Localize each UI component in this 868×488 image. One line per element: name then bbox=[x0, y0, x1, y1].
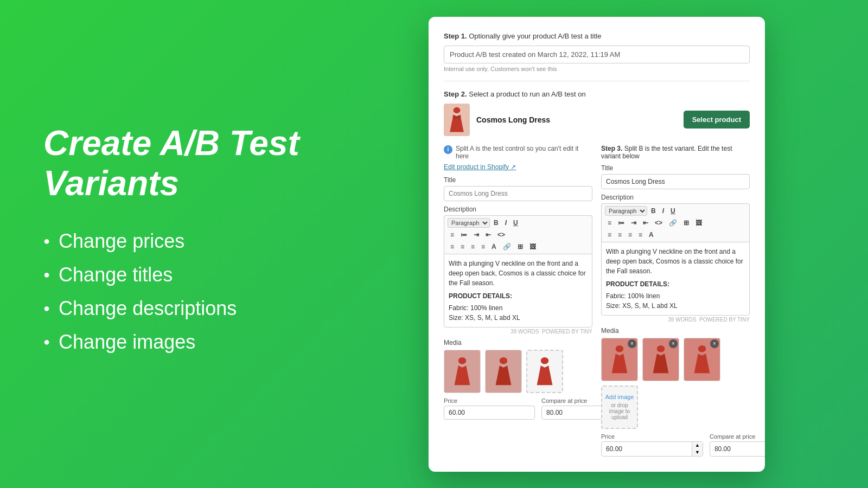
split-b-price-field: Price ▲ ▼ bbox=[601, 433, 703, 457]
split-a-title-input[interactable] bbox=[444, 186, 592, 201]
underline-button-b[interactable]: U bbox=[668, 206, 678, 216]
split-b-media-thumbs: × × × bbox=[601, 338, 750, 429]
split-b-desc-label: Description bbox=[601, 194, 750, 201]
splits-container: i Split A is the test control so you can… bbox=[444, 145, 750, 457]
ul-btn-b[interactable]: ≡ bbox=[605, 218, 614, 228]
step2-section: Step 2. Select a product to run an A/B t… bbox=[444, 90, 750, 136]
split-b-title-label: Title bbox=[601, 164, 750, 172]
split-a-info: i Split A is the test control so you can… bbox=[444, 145, 592, 160]
split-b-compare-field: Compare at price ▲ ▼ bbox=[710, 433, 765, 457]
svg-point-0 bbox=[454, 107, 461, 113]
bullet-titles: Change titles bbox=[43, 264, 315, 286]
split-a-word-count: 39 WORDS POWERED BY TINY bbox=[444, 329, 592, 335]
split-b-toolbar: Paragraph B I U ≡ ≔ ⇥ ⇤ <> 🔗 ⊞ � bbox=[601, 203, 750, 242]
split-a-panel: i Split A is the test control so you can… bbox=[444, 145, 592, 457]
split-b-thumb-1: × bbox=[601, 338, 638, 381]
step2-label: Step 2. Select a product to run an A/B t… bbox=[444, 90, 750, 98]
price-up-btn[interactable]: ▲ bbox=[692, 442, 703, 449]
bold-button-a[interactable]: B bbox=[491, 218, 501, 228]
remove-b-media-2[interactable]: × bbox=[669, 339, 678, 348]
split-b-format-select[interactable]: Paragraph bbox=[605, 206, 647, 216]
bold-button-b[interactable]: B bbox=[648, 206, 659, 216]
svg-marker-4 bbox=[455, 365, 470, 385]
color-btn-a[interactable]: A bbox=[489, 242, 499, 252]
table-btn-b[interactable]: ⊞ bbox=[681, 218, 692, 228]
indent-btn-a[interactable]: ⇥ bbox=[471, 230, 482, 240]
split-b-compare-wrap: ▲ ▼ bbox=[710, 441, 765, 457]
italic-button-b[interactable]: I bbox=[660, 206, 667, 216]
feature-list: Change prices Change titles Change descr… bbox=[43, 230, 315, 354]
align-justify-b[interactable]: ≡ bbox=[636, 230, 645, 240]
svg-point-9 bbox=[616, 345, 623, 352]
link-btn-b[interactable]: 🔗 bbox=[666, 218, 680, 228]
split-a-media-label: Media bbox=[444, 339, 592, 346]
align-center-b[interactable]: ≡ bbox=[615, 230, 624, 240]
img-btn-a[interactable]: 🖼 bbox=[527, 242, 539, 252]
test-title-input[interactable] bbox=[444, 46, 750, 63]
bullet-descriptions: Change descriptions bbox=[43, 297, 315, 320]
b-dress-1 bbox=[610, 345, 629, 374]
split-a-media-thumbs bbox=[444, 350, 592, 393]
table-btn-a[interactable]: ⊞ bbox=[515, 242, 526, 252]
align-justify-a[interactable]: ≡ bbox=[478, 242, 488, 252]
dress-icon bbox=[448, 107, 465, 133]
split-b-thumb-3: × bbox=[684, 338, 720, 381]
svg-marker-14 bbox=[694, 354, 710, 373]
split-b-thumb-2: × bbox=[642, 338, 679, 381]
link-btn-a[interactable]: 🔗 bbox=[500, 242, 514, 252]
align-left-a[interactable]: ≡ bbox=[448, 242, 457, 252]
align-center-a[interactable]: ≡ bbox=[458, 242, 467, 252]
product-row: Cosmos Long Dress Select product bbox=[444, 104, 750, 136]
svg-point-5 bbox=[500, 357, 507, 364]
remove-b-media-1[interactable]: × bbox=[628, 339, 636, 348]
split-a-price-field: Price bbox=[444, 397, 535, 420]
split-b-price-wrap: ▲ ▼ bbox=[601, 441, 703, 457]
split-a-price-input[interactable] bbox=[444, 406, 535, 420]
align-right-a[interactable]: ≡ bbox=[468, 242, 477, 252]
left-panel: Create A/B Test Variants Change prices C… bbox=[0, 91, 347, 396]
split-a-price-row: Price Compare at price bbox=[444, 397, 592, 420]
price-down-btn[interactable]: ▼ bbox=[692, 449, 703, 456]
step1-hint: Internal use only. Customers won't see t… bbox=[444, 66, 750, 72]
product-name: Cosmos Long Dress bbox=[476, 115, 550, 124]
indent-btn-b[interactable]: ⇥ bbox=[628, 218, 639, 228]
outdent-btn-b[interactable]: ⇤ bbox=[640, 218, 651, 228]
img-btn-b[interactable]: 🖼 bbox=[693, 218, 705, 228]
svg-point-13 bbox=[698, 345, 706, 352]
split-b-content[interactable]: With a plunging V neckline on the front … bbox=[601, 242, 750, 316]
step3-label: Step 3. Split B is the test variant. Edi… bbox=[601, 145, 750, 160]
product-info: Cosmos Long Dress bbox=[444, 104, 550, 136]
ol-btn-a[interactable]: ≔ bbox=[458, 230, 470, 240]
code-btn-b[interactable]: <> bbox=[652, 218, 665, 228]
split-b-title-input[interactable] bbox=[601, 174, 750, 189]
edit-shopify-link[interactable]: Edit product in Shopify ↗ bbox=[444, 163, 592, 171]
svg-marker-8 bbox=[537, 365, 553, 385]
svg-point-7 bbox=[541, 357, 548, 364]
split-b-compare-input[interactable] bbox=[710, 441, 765, 457]
split-b-compare-label: Compare at price bbox=[710, 433, 765, 440]
outdent-btn-a[interactable]: ⇤ bbox=[483, 230, 494, 240]
split-a-format-select[interactable]: Paragraph bbox=[448, 218, 490, 228]
split-b-add-image[interactable]: Add image or drop image to upload bbox=[601, 386, 638, 429]
dress-icon-1 bbox=[452, 357, 472, 386]
split-b-panel: Step 3. Split B is the test variant. Edi… bbox=[601, 145, 750, 457]
split-a-content[interactable]: With a plunging V neckline on the front … bbox=[444, 254, 592, 328]
media-thumb-2 bbox=[485, 350, 522, 393]
color-btn-b[interactable]: A bbox=[646, 230, 656, 240]
split-a-desc-label: Description bbox=[444, 206, 592, 213]
step1-section: Step 1. Optionally give your product A/B… bbox=[444, 32, 750, 72]
underline-button-a[interactable]: U bbox=[510, 218, 521, 228]
remove-b-media-3[interactable]: × bbox=[710, 339, 719, 348]
split-b-price-input[interactable] bbox=[601, 441, 692, 457]
italic-button-a[interactable]: I bbox=[502, 218, 509, 228]
info-icon: i bbox=[444, 145, 452, 154]
code-btn-a[interactable]: <> bbox=[495, 230, 508, 240]
product-thumbnail bbox=[444, 104, 470, 136]
align-right-b[interactable]: ≡ bbox=[626, 230, 635, 240]
split-a-toolbar: Paragraph B I U ≡ ≔ ⇥ ⇤ <> ≡ bbox=[444, 215, 592, 254]
ul-btn-a[interactable]: ≡ bbox=[448, 230, 457, 240]
ol-btn-b[interactable]: ≔ bbox=[615, 218, 627, 228]
select-product-button[interactable]: Select product bbox=[684, 111, 750, 129]
right-panel: Step 1. Optionally give your product A/B… bbox=[347, 1, 868, 488]
align-left-b[interactable]: ≡ bbox=[605, 230, 614, 240]
